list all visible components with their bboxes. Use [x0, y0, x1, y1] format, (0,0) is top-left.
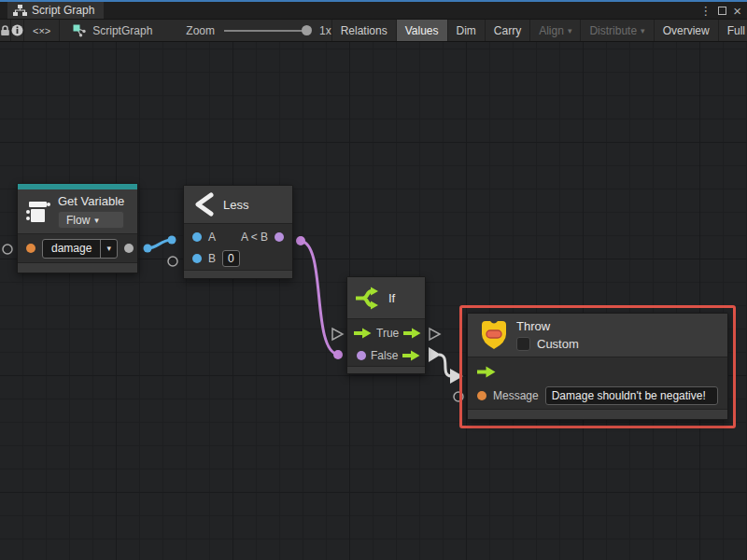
less-than-icon	[193, 192, 216, 217]
wire-if-false-to-throw[interactable]	[429, 347, 463, 384]
node-less[interactable]: Less A A < B B 0	[183, 185, 293, 279]
zoom-label: Zoom	[186, 24, 215, 37]
distribute-button[interactable]: Distribute ▾	[581, 20, 654, 41]
wire-damage-to-less-a[interactable]	[144, 236, 176, 253]
script-graph-window: Script Graph ⋮ × <×>	[0, 0, 747, 560]
unconnected-port-ring[interactable]	[168, 257, 177, 266]
lock-button[interactable]	[0, 20, 11, 41]
graph-canvas[interactable]: Get Variable Flow ▾ damage ▾	[0, 42, 747, 560]
b-value-field[interactable]: 0	[222, 250, 240, 267]
zoom-slider[interactable]	[224, 30, 310, 32]
toolbar-middle-group: ScriptGraph Zoom 1x	[60, 20, 331, 41]
zoom-value: 1x	[319, 24, 331, 37]
port-label: True	[376, 327, 399, 340]
graph-name-label: ScriptGraph	[92, 24, 152, 37]
tab-script-graph[interactable]: Script Graph	[7, 2, 104, 19]
throw-shield-icon	[479, 319, 509, 351]
port-label: B	[208, 252, 216, 265]
node-title: Get Variable	[58, 194, 124, 208]
info-button[interactable]	[11, 20, 24, 41]
graph-toolbar: <×> ScriptGraph Zoom 1x Relations Values…	[0, 19, 747, 42]
unconnected-port-ring[interactable]	[3, 245, 12, 254]
node-title: Throw	[516, 319, 579, 333]
value-output-port[interactable]	[124, 244, 134, 253]
node-title: If	[388, 291, 395, 305]
chevron-down-icon: ▾	[100, 240, 117, 258]
unconnected-flow-port-left-of-if[interactable]	[332, 329, 343, 340]
chevron-down-icon: ▾	[641, 26, 645, 35]
align-button[interactable]: Align ▾	[530, 20, 581, 41]
script-graph-icon	[73, 24, 87, 37]
node-throw[interactable]: Throw Custom Message Damage shouldn't be…	[467, 313, 728, 420]
port-label: A < B	[241, 231, 268, 244]
true-output-port[interactable]	[403, 328, 421, 339]
lock-icon	[0, 25, 10, 36]
window-tab-bar: Script Graph ⋮ ×	[0, 2, 747, 19]
zoom-slider-handle[interactable]	[302, 25, 312, 35]
condition-input-port[interactable]	[357, 351, 366, 360]
variable-name-input-port[interactable]	[26, 244, 35, 253]
message-input-port[interactable]	[477, 391, 486, 400]
flow-input-port[interactable]	[354, 328, 372, 339]
node-get-variable[interactable]: Get Variable Flow ▾ damage ▾	[17, 183, 138, 273]
false-output-port[interactable]	[402, 350, 420, 361]
input-port-a[interactable]	[192, 232, 202, 242]
flow-input-port[interactable]	[477, 366, 496, 378]
variable-name-dropdown[interactable]: damage ▾	[42, 239, 118, 259]
close-icon[interactable]: ×	[733, 4, 741, 18]
variable-kind-dropdown[interactable]: Flow ▾	[58, 211, 124, 229]
info-icon	[11, 24, 23, 36]
chevron-down-icon: ▾	[568, 26, 572, 35]
graph-hierarchy-icon	[13, 5, 27, 17]
custom-label: Custom	[537, 337, 579, 351]
result-output-port[interactable]	[275, 232, 284, 242]
variable-icon	[25, 199, 50, 225]
code-icon: <×>	[33, 25, 50, 36]
toolbar-right-group: Relations Values Dim Carry Align ▾ Distr…	[331, 20, 747, 41]
values-button[interactable]: Values	[397, 20, 448, 41]
port-label: Message	[493, 389, 539, 402]
maximize-icon[interactable]	[718, 7, 726, 15]
chevron-down-icon: ▾	[94, 216, 99, 225]
full-screen-button[interactable]: Full Screen	[719, 20, 747, 41]
carry-button[interactable]: Carry	[486, 20, 530, 41]
relations-button[interactable]: Relations	[331, 20, 397, 41]
code-preview-button[interactable]: <×>	[24, 20, 60, 41]
branch-icon	[356, 286, 381, 311]
wire-less-to-if-condition[interactable]	[296, 236, 343, 359]
more-menu-icon[interactable]: ⋮	[699, 5, 712, 17]
tab-title: Script Graph	[32, 4, 94, 17]
custom-checkbox[interactable]	[516, 337, 530, 351]
port-label: A	[208, 231, 216, 244]
input-port-b[interactable]	[192, 254, 202, 263]
node-if[interactable]: If True False	[346, 276, 426, 374]
dim-button[interactable]: Dim	[448, 20, 486, 41]
unconnected-port-ring[interactable]	[454, 392, 463, 401]
message-field[interactable]: Damage shouldn't be negative!	[545, 386, 718, 405]
port-label: False	[371, 349, 398, 362]
node-title: Less	[223, 198, 248, 212]
overview-button[interactable]: Overview	[655, 20, 719, 41]
window-controls: ⋮ ×	[699, 2, 747, 19]
unconnected-flow-port-right-of-if[interactable]	[430, 329, 440, 340]
